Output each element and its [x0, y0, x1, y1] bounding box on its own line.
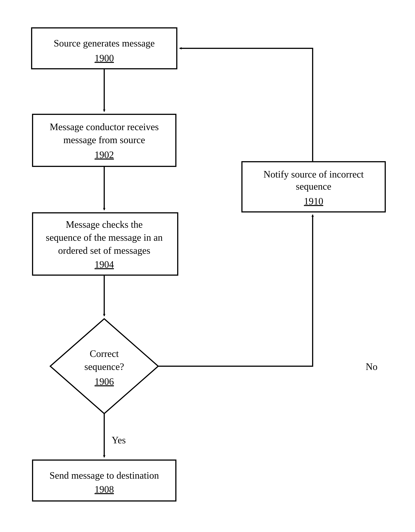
node-text-line2: sequence	[296, 181, 331, 192]
node-number: 1908	[95, 484, 114, 495]
node-text-line2: sequence of the message in an	[46, 232, 163, 243]
node-source-generates: Source generates message 1900	[32, 28, 177, 69]
label-yes: Yes	[112, 435, 126, 445]
node-number: 1904	[95, 259, 114, 270]
node-text-line2: message from source	[63, 134, 145, 145]
node-notify-incorrect: Notify source of incorrect sequence 1910	[242, 162, 385, 212]
node-text-line2: sequence?	[84, 361, 124, 372]
node-text-line1: Notify source of incorrect	[264, 169, 364, 180]
flowchart: Source generates message 1900 Message co…	[0, 0, 415, 532]
node-receive-message: Message conductor receives message from …	[33, 114, 176, 166]
arrow-notify-to-source	[180, 48, 313, 162]
node-text: Send message to destination	[49, 470, 159, 481]
node-number: 1910	[304, 196, 323, 207]
node-check-sequence: Message checks the sequence of the messa…	[33, 213, 178, 275]
node-text-line1: Message checks the	[66, 219, 143, 230]
node-send-destination: Send message to destination 1908	[33, 460, 176, 501]
node-text: Source generates message	[54, 38, 155, 48]
node-number: 1900	[95, 53, 114, 63]
node-text-line1: Correct	[90, 348, 119, 359]
node-number: 1906	[95, 376, 114, 387]
label-no: No	[366, 361, 378, 372]
node-text-line1: Message conductor receives	[50, 122, 159, 132]
node-decision-correct-sequence: Correct sequence? 1906	[50, 319, 158, 414]
node-text-line3: ordered set of messages	[58, 245, 150, 256]
arrow-decision-no	[158, 215, 313, 366]
node-number: 1902	[95, 150, 114, 160]
